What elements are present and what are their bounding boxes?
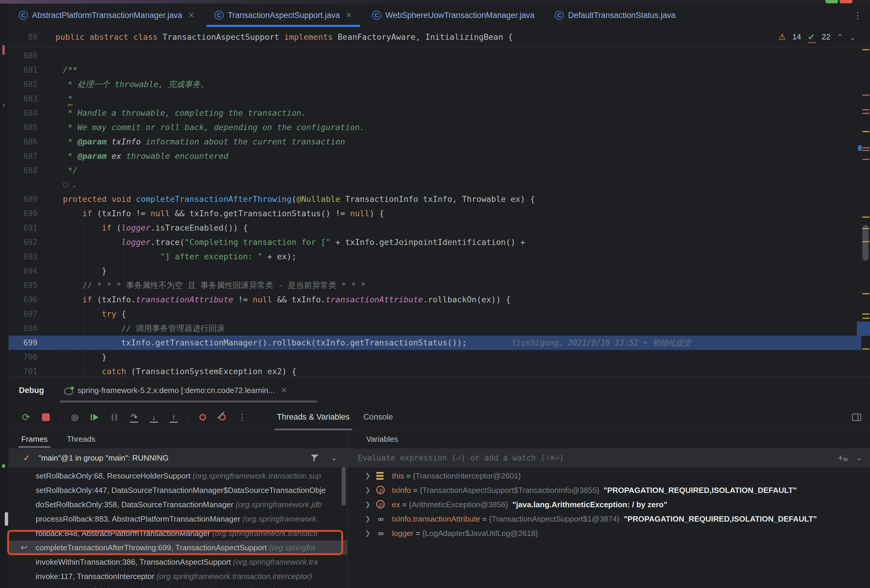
code-line[interactable]: 692 logger.trace("Completing transaction… [9,235,870,249]
more-options-icon[interactable]: ⋮ [237,412,247,423]
window-button-red[interactable] [840,0,852,3]
line-number[interactable]: 699 [9,336,37,350]
tab-close-icon[interactable]: ✕ [346,11,352,19]
line-number[interactable]: 693 [9,249,37,264]
stripe-warning-mark[interactable] [862,131,869,132]
stripe-warning-mark[interactable] [862,318,869,319]
thread-selector-row[interactable]: ✓ "main"@1 in group "main": RUNNING ⌄ [9,448,347,468]
pause-button[interactable] [109,412,120,423]
variable-row[interactable]: ❯∞logger = {LogAdapter$JavaUtilLog@2618} [347,526,870,540]
code-line[interactable]: 689 protected void completeTransactionAf… [9,192,870,206]
line-number[interactable]: 681 [9,63,37,77]
horizontal-scrollbar-thumb[interactable] [60,401,317,402]
editor-tab[interactable]: CTransactionAspectSupport.java✕ [204,4,362,27]
debug-session-tab[interactable]: spring-framework-5.2.x:demo [:demo:cn.co… [64,386,287,395]
stripe-warning-mark[interactable] [862,217,869,218]
sticky-class-header[interactable]: 89 public abstract class TransactionAspe… [9,27,870,47]
code-line[interactable]: 681 /** [9,63,870,77]
code-line[interactable]: 697 try { [9,307,870,321]
tabs-more-icon[interactable]: ⋮ [853,4,870,27]
stripe-warning-mark[interactable] [862,49,869,50]
code-line[interactable]: 700 } [9,350,870,364]
stripe-warning-mark[interactable] [862,293,869,294]
stripe-error-mark[interactable] [862,147,869,148]
editor-tab[interactable]: CWebSphereUowTransactionManager.java [362,4,545,27]
stack-frame[interactable]: setRollbackOnly:447, DataSourceTransacti… [9,483,347,497]
code-line[interactable]: 682 * 处理一个 throwable, 完成事务。 [9,77,870,92]
line-number[interactable]: 692 [9,235,37,249]
stripe-handle[interactable] [5,512,8,526]
code-line[interactable]: 687 * @param ex throwable encountered [9,149,870,163]
rerun-button[interactable]: ⟳ [21,412,31,423]
line-number[interactable]: 698 [9,321,37,336]
error-stripe[interactable] [861,47,870,376]
code-line[interactable]: 685 * We may commit or roll back, depend… [9,120,870,135]
code-line[interactable]: 691 if (logger.isTraceEnabled()) { [9,221,870,235]
layout-settings-icon[interactable] [852,414,861,421]
current-execution-line[interactable]: 699 txInfo.getTransactionManager().rollb… [9,336,870,350]
tab-frames[interactable]: Frames [19,431,49,448]
line-number[interactable]: 684 [9,106,37,120]
chevron-down-icon[interactable]: ⌄ [331,454,337,462]
stripe-error-mark[interactable] [862,113,869,114]
warning-count[interactable]: 14 [793,32,801,42]
stripe-error-mark[interactable] [862,109,869,110]
add-watch-icon[interactable]: +oo [838,453,847,463]
filter-icon[interactable] [310,453,319,462]
check-count[interactable]: 22 [822,32,830,42]
line-number[interactable]: 696 [9,293,37,307]
line-number[interactable]: 686 [9,135,37,149]
show-execution-point-button[interactable]: ◎ [70,412,80,423]
code-line[interactable]: 701 catch (TransactionSystemException ex… [9,364,870,376]
stack-frame[interactable]: setRollbackOnly:68, ResourceHolderSuppor… [9,469,347,483]
line-number[interactable]: 694 [9,264,37,278]
line-number[interactable]: 690 [9,206,37,221]
evaluate-expression-bar[interactable]: Evaluate expression (⏎) or add a watch (… [347,448,870,468]
line-number[interactable]: 689 [9,192,37,206]
tool-window-stripe[interactable] [0,4,8,588]
code-line[interactable]: 695 // * * * 事务属性不为空 且 事务属性回滚异常类 - 是当前异常… [9,278,870,293]
stripe-warning-mark[interactable] [862,313,869,315]
line-number[interactable]: 700 [9,350,37,364]
stripe-error-mark[interactable] [862,150,869,151]
stripe-error-mark[interactable] [862,95,869,96]
editor-tab[interactable]: CDefaultTransactionStatus.java [545,4,685,27]
code-line[interactable]: 693 "] after exception: " + ex); [9,249,870,264]
line-number[interactable]: 695 [9,278,37,293]
step-into-button[interactable]: ↓ [149,412,159,423]
stack-frame[interactable]: rollback:848, AbstractPlatformTransactio… [9,526,347,540]
expand-chevron-icon[interactable]: ❯ [365,512,370,526]
view-breakpoints-button[interactable] [197,412,208,423]
stripe-error-mark[interactable] [862,159,869,160]
tab-close-icon[interactable]: ✕ [188,11,194,19]
code-editor[interactable]: 680681 /**682 * 处理一个 throwable, 完成事务。683… [9,47,870,376]
mute-breakpoints-button[interactable] [217,412,228,423]
chevron-down-icon[interactable]: ⌄ [856,454,862,462]
tab-threads[interactable]: Threads [65,431,97,448]
code-line[interactable]: 690 if (txInfo != null && txInfo.getTran… [9,206,870,221]
tab-console[interactable]: Console [361,404,395,431]
variable-row[interactable]: ❯pex = {ArithmeticException@3856}"java.l… [347,497,870,512]
stack-frame-selected[interactable]: ↩completeTransactionAfterThrowing:699, T… [9,540,347,555]
line-number[interactable]: 688 [9,163,37,178]
frames-scrollbar-thumb[interactable] [341,467,346,506]
code-line[interactable]: 694 } [9,264,870,278]
expand-chevron-icon[interactable]: ❯ [365,483,370,497]
stack-frame[interactable]: processRollback:883, AbstractPlatformTra… [9,512,347,526]
stack-frame[interactable]: invokeWithinTransaction:386, Transaction… [9,555,347,569]
code-line[interactable]: 686 * @param txInfo information about th… [9,135,870,149]
stack-frame[interactable]: proceed:194, ReflectiveMethodInvocation … [9,584,347,588]
code-line[interactable]: 688 */ [9,163,870,178]
resume-button[interactable] [89,412,100,423]
code-line[interactable]: 683 * [9,92,870,106]
bookmark-marker[interactable] [858,146,862,151]
line-number[interactable]: 691 [9,221,37,235]
code-line[interactable]: 698 // 调用事务管理器进行回滚 [9,321,870,336]
editor-scrollbar-thumb[interactable] [863,225,869,261]
line-number[interactable]: 683 [9,92,37,106]
expand-chevron-icon[interactable]: ❯ [365,526,370,540]
expand-chevron-icon[interactable]: ❯ [365,497,370,512]
line-number[interactable]: 682 [9,77,37,92]
prev-problem-icon[interactable]: ⌃ [837,33,843,41]
step-over-button[interactable]: ↷ [129,412,140,423]
